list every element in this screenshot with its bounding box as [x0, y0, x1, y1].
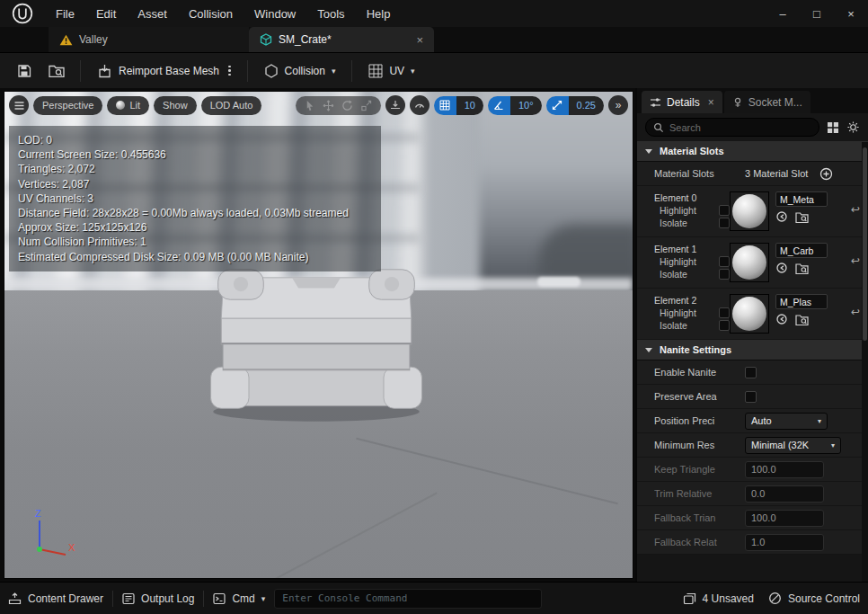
maximize-button[interactable]: □ [800, 0, 834, 27]
chevron-down-icon: ▾ [332, 67, 336, 76]
highlight-checkbox[interactable] [719, 307, 730, 318]
console-input-box[interactable] [274, 589, 542, 609]
menu-edit[interactable]: Edit [85, 0, 127, 27]
property-row: Minimum Res Minimal (32K ▾ [637, 433, 868, 458]
browse-to-material-icon[interactable] [795, 263, 809, 274]
highlight-checkbox[interactable] [719, 205, 730, 216]
view-mode-button[interactable]: Lit [107, 96, 149, 115]
use-selected-asset-icon[interactable] [775, 313, 788, 325]
collision-dropdown-button[interactable]: Collision ▾ [256, 58, 344, 85]
isolate-checkbox[interactable] [719, 269, 730, 280]
isolate-checkbox[interactable] [719, 320, 730, 331]
search-box[interactable] [645, 118, 819, 137]
grid-snap-control[interactable]: 10 [434, 96, 483, 115]
enable-nanite-checkbox[interactable] [745, 367, 757, 378]
use-selected-asset-icon[interactable] [775, 262, 788, 274]
menu-window[interactable]: Window [244, 0, 306, 27]
details-scrollbar[interactable] [862, 142, 868, 582]
menu-tools[interactable]: Tools [306, 0, 355, 27]
trim-relative-label: Trim Relative [654, 488, 745, 499]
nanite-settings-header-label: Nanite Settings [660, 344, 731, 355]
element-name: Element 0 [654, 192, 730, 203]
console-input[interactable] [282, 592, 534, 604]
preserve-area-label: Preserve Area [654, 391, 745, 402]
search-icon [653, 122, 664, 133]
show-button[interactable]: Show [154, 96, 197, 115]
material-thumbnail[interactable] [730, 294, 769, 334]
stat-line: Current Screen Size: 0.455636 [18, 147, 372, 162]
display-filter-icon[interactable] [827, 121, 839, 134]
tab-socket-manager[interactable]: Socket M... [724, 91, 810, 113]
search-input[interactable] [669, 122, 811, 133]
browse-to-asset-button[interactable] [41, 58, 72, 85]
isolate-checkbox[interactable] [719, 218, 730, 228]
more-options-icon[interactable] [228, 66, 231, 76]
menu-asset[interactable]: Asset [127, 0, 178, 27]
mesh-stats-overlay: LOD: 0 Current Screen Size: 0.455636 Tri… [9, 126, 381, 271]
tab-details[interactable]: Details × [642, 91, 722, 113]
grid-snap-value[interactable]: 10 [456, 96, 483, 115]
lod-auto-button[interactable]: LOD Auto [201, 96, 262, 115]
use-selected-asset-icon[interactable] [775, 210, 788, 223]
stat-line: Vertices: 2,087 [18, 177, 372, 191]
material-thumbnail[interactable] [730, 191, 769, 231]
material-select[interactable]: M_Meta [775, 191, 828, 207]
minimize-button[interactable]: – [766, 0, 800, 27]
unsaved-label: 4 Unsaved [703, 592, 754, 605]
angle-snap-control[interactable]: 10° [488, 96, 542, 115]
scale-snap-control[interactable]: 0.25 [546, 96, 604, 115]
highlight-label: Highlight [660, 205, 696, 216]
menu-help[interactable]: Help [356, 0, 402, 27]
tab-valley[interactable]: Valley [49, 27, 249, 52]
material-slots-header[interactable]: Material Slots [637, 141, 868, 162]
close-icon[interactable]: × [708, 96, 714, 109]
content-drawer-button[interactable]: Content Drawer [8, 592, 103, 605]
camera-speed-button[interactable] [410, 95, 430, 115]
source-control-button[interactable]: Source Control [768, 592, 860, 605]
material-select[interactable]: M_Plas [775, 294, 828, 309]
output-log-label: Output Log [141, 592, 194, 605]
uv-dropdown-button[interactable]: UV ▾ [360, 58, 422, 85]
position-precision-dropdown[interactable]: Auto ▾ [745, 413, 828, 430]
move-tool-icon[interactable] [323, 100, 334, 111]
highlight-checkbox[interactable] [719, 256, 730, 267]
save-icon [17, 64, 31, 78]
material-thumbnail[interactable] [730, 243, 769, 282]
perspective-button[interactable]: Perspective [33, 96, 102, 115]
toolbar-divider [80, 60, 81, 82]
fallback-triangle-label: Fallback Trian [654, 512, 745, 523]
add-material-slot-icon[interactable] [819, 167, 833, 181]
close-button[interactable]: × [834, 0, 868, 27]
browse-to-material-icon[interactable] [795, 211, 809, 223]
material-select[interactable]: M_Carb [775, 243, 828, 258]
rotate-tool-icon[interactable] [341, 100, 353, 111]
menu-file[interactable]: File [45, 0, 85, 27]
nanite-settings-header[interactable]: Nanite Settings [637, 340, 868, 360]
select-tool-icon[interactable] [305, 100, 315, 111]
angle-snap-value[interactable]: 10° [510, 96, 542, 115]
viewport-3d[interactable]: LOD: 0 Current Screen Size: 0.455636 Tri… [4, 91, 633, 579]
minimum-residency-dropdown[interactable]: Minimal (32K ▾ [745, 437, 841, 454]
output-log-button[interactable]: Output Log [122, 592, 194, 605]
stat-line: Estimated Compressed Disk Size: 0.09 MB … [18, 250, 372, 264]
save-button[interactable] [9, 58, 40, 85]
tab-close-icon[interactable]: × [416, 33, 423, 47]
viewport-menu-button[interactable] [9, 95, 29, 115]
menu-collision[interactable]: Collision [178, 0, 244, 27]
tab-sm-crate[interactable]: SM_Crate* × [249, 27, 434, 52]
surface-snap-button[interactable] [385, 95, 405, 115]
cmd-dropdown-button[interactable]: Cmd ▾ [213, 592, 265, 605]
viewport-toolbar-overflow-button[interactable]: » [608, 95, 628, 115]
tab-valley-label: Valley [79, 33, 108, 46]
unsaved-button[interactable]: 4 Unsaved [683, 592, 754, 605]
browse-to-material-icon[interactable] [795, 314, 809, 325]
reimport-base-mesh-button[interactable]: Reimport Base Mesh [89, 58, 239, 85]
scale-snap-value[interactable]: 0.25 [569, 96, 604, 115]
cmd-label: Cmd [232, 592, 254, 605]
preserve-area-checkbox[interactable] [745, 391, 757, 403]
unreal-logo[interactable] [0, 3, 45, 24]
scrollbar-thumb[interactable] [863, 147, 867, 341]
stat-line: UV Channels: 3 [18, 191, 372, 206]
gear-icon[interactable] [846, 120, 860, 134]
scale-tool-icon[interactable] [360, 100, 372, 111]
